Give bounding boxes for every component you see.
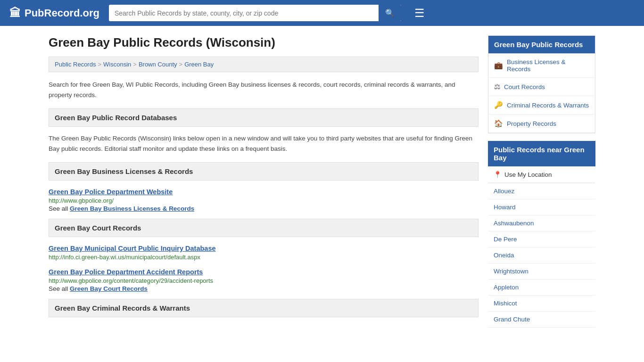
- nearby-howard[interactable]: Howard: [488, 199, 595, 215]
- sidebar-link-court[interactable]: ⚖ Court Records: [488, 78, 595, 96]
- business-url-1: http://www.gbpolice.org/: [49, 197, 479, 204]
- nearby-link-grand-chute[interactable]: Grand Chute: [488, 312, 595, 327]
- nearby-de-pere[interactable]: De Pere: [488, 231, 595, 247]
- nearby-link-ashwaubenon[interactable]: Ashwaubenon: [488, 215, 595, 231]
- sidebar-item-criminal[interactable]: 🔑 Criminal Records & Warrants: [488, 96, 595, 115]
- sidebar-label-property: Property Records: [507, 120, 556, 127]
- nearby-link-allouez[interactable]: Allouez: [488, 183, 595, 199]
- use-my-location[interactable]: 📍 Use My Location: [488, 166, 595, 183]
- court-see-all-link[interactable]: Green Bay Court Records: [70, 285, 148, 292]
- business-section-header: Green Bay Business Licenses & Records: [49, 162, 479, 181]
- court-record-item-2: Green Bay Police Department Accident Rep…: [49, 267, 479, 292]
- sidebar-links-list: 💼 Business Licenses & Records ⚖ Court Re…: [488, 53, 595, 133]
- location-pin-icon: 📍: [494, 171, 502, 178]
- sidebar: Green Bay Public Records 💼 Business Lice…: [488, 35, 595, 328]
- nearby-link-howard[interactable]: Howard: [488, 199, 595, 215]
- business-record-item-1: Green Bay Police Department Website http…: [49, 187, 479, 212]
- breadcrumb-green-bay[interactable]: Green Bay: [184, 61, 214, 68]
- sidebar-link-criminal[interactable]: 🔑 Criminal Records & Warrants: [488, 96, 595, 114]
- nearby-link-de-pere[interactable]: De Pere: [488, 231, 595, 247]
- sidebar-item-business[interactable]: 💼 Business Licenses & Records: [488, 54, 595, 78]
- logo-text: PubRecord.org: [25, 7, 99, 19]
- nearby-appleton[interactable]: Appleton: [488, 280, 595, 296]
- nearby-allouez[interactable]: Allouez: [488, 183, 595, 199]
- nearby-mishicot[interactable]: Mishicot: [488, 296, 595, 312]
- nearby-oneida[interactable]: Oneida: [488, 247, 595, 263]
- court-record-item-1: Green Bay Municipal Court Public Inquiry…: [49, 244, 479, 261]
- business-see-all-link[interactable]: Green Bay Business Licenses & Records: [70, 205, 194, 212]
- sidebar-quick-links: Green Bay Public Records 💼 Business Lice…: [488, 35, 595, 133]
- sidebar-link-property[interactable]: 🏠 Property Records: [488, 115, 595, 132]
- page-description: Search for free Green Bay, WI Public Rec…: [49, 80, 479, 100]
- building-icon: 🏛: [9, 7, 21, 20]
- content-wrapper: Green Bay Public Records (Wisconsin) Pub…: [39, 26, 605, 337]
- court-url-1: http://info.ci.green-bay.wi.us/municipal…: [49, 254, 479, 261]
- balance-icon: ⚖: [494, 82, 500, 91]
- breadcrumb-sep-3: >: [179, 61, 183, 68]
- nearby-link-appleton[interactable]: Appleton: [488, 280, 595, 295]
- main-content: Green Bay Public Records (Wisconsin) Pub…: [49, 35, 479, 328]
- court-link-1[interactable]: Green Bay Municipal Court Public Inquiry…: [49, 245, 216, 252]
- breadcrumb-wisconsin[interactable]: Wisconsin: [103, 61, 131, 68]
- breadcrumb-sep-2: >: [133, 61, 137, 68]
- sidebar-label-criminal: Criminal Records & Warrants: [507, 102, 589, 109]
- sidebar-link-business[interactable]: 💼 Business Licenses & Records: [488, 54, 595, 77]
- nearby-use-location[interactable]: 📍 Use My Location: [488, 166, 595, 183]
- use-location-label: Use My Location: [504, 171, 552, 178]
- header: 🏛 PubRecord.org 🔍 ☰: [0, 0, 644, 26]
- breadcrumb-brown-county[interactable]: Brown County: [139, 61, 177, 68]
- nearby-link-oneida[interactable]: Oneida: [488, 247, 595, 263]
- court-see-all: See all Green Bay Court Records: [49, 285, 479, 292]
- sidebar-item-property[interactable]: 🏠 Property Records: [488, 115, 595, 133]
- sidebar-item-court[interactable]: ⚖ Court Records: [488, 78, 595, 96]
- business-see-all: See all Green Bay Business Licenses & Re…: [49, 205, 479, 212]
- db-section-header: Green Bay Public Record Databases: [49, 108, 479, 127]
- breadcrumb-public-records[interactable]: Public Records: [55, 61, 96, 68]
- nearby-list: 📍 Use My Location Allouez Howard Ashwaub…: [488, 166, 595, 328]
- nearby-grand-chute[interactable]: Grand Chute: [488, 312, 595, 328]
- logo[interactable]: 🏛 PubRecord.org: [9, 7, 99, 20]
- sidebar-label-court: Court Records: [504, 83, 545, 90]
- nearby-link-wrightstown[interactable]: Wrightstown: [488, 263, 595, 279]
- sidebar-nearby: Public Records near Green Bay 📍 Use My L…: [488, 141, 595, 328]
- db-description: The Green Bay Public Records (Wisconsin)…: [49, 133, 479, 154]
- court-section-header: Green Bay Court Records: [49, 219, 479, 237]
- nearby-link-mishicot[interactable]: Mishicot: [488, 296, 595, 311]
- key-icon: 🔑: [494, 101, 503, 109]
- nearby-wrightstown[interactable]: Wrightstown: [488, 263, 595, 280]
- nearby-title: Public Records near Green Bay: [488, 141, 595, 166]
- court-url-2: http://www.gbpolice.org/content/category…: [49, 277, 479, 284]
- hamburger-icon[interactable]: ☰: [414, 7, 425, 20]
- page-title: Green Bay Public Records (Wisconsin): [49, 35, 479, 50]
- business-link-1[interactable]: Green Bay Police Department Website: [49, 188, 173, 196]
- home-icon: 🏠: [494, 119, 503, 128]
- briefcase-icon: 💼: [494, 61, 503, 70]
- court-link-2[interactable]: Green Bay Police Department Accident Rep…: [49, 268, 203, 276]
- breadcrumb-sep-1: >: [98, 61, 101, 68]
- search-bar: 🔍: [109, 5, 401, 21]
- sidebar-title: Green Bay Public Records: [488, 36, 595, 53]
- search-input[interactable]: [109, 6, 379, 21]
- nearby-ashwaubenon[interactable]: Ashwaubenon: [488, 215, 595, 231]
- breadcrumb: Public Records > Wisconsin > Brown Count…: [49, 57, 479, 72]
- criminal-section-header: Green Bay Criminal Records & Warrants: [49, 299, 479, 317]
- search-button[interactable]: 🔍: [379, 5, 401, 21]
- sidebar-label-business: Business Licenses & Records: [507, 58, 589, 73]
